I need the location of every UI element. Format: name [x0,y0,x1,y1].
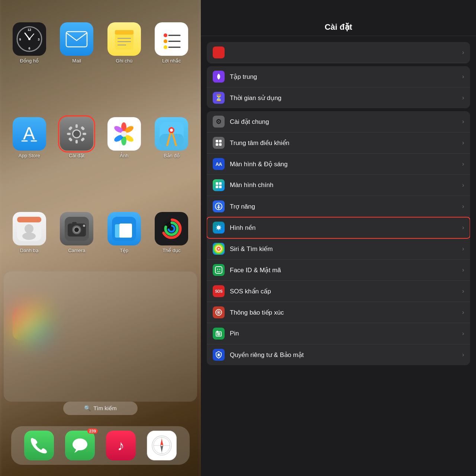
row-trung-tam-dieu-khien-chevron: › [462,139,464,146]
app-reminders-label: Lời nhắc [162,58,181,64]
svg-point-19 [164,45,167,49]
row-partial[interactable]: › [207,42,470,63]
svg-rect-80 [216,182,218,185]
row-tap-trung-label: Tập trung [230,73,459,81]
search-bar[interactable]: 🔍 Tìm kiếm [63,402,138,415]
row-trung-tam-dieu-khien-icon [213,137,225,149]
app-photos[interactable]: Ảnh [102,117,146,205]
dock: 239 ♪ [11,426,190,465]
row-man-hinh-chinh[interactable]: Màn hình chính › [207,175,470,196]
svg-rect-30 [81,126,85,131]
row-man-hinh-do-sang[interactable]: AA Màn hình & Độ sáng › [207,154,470,175]
app-fitness-label: Thể dục [163,248,181,253]
app-settings[interactable]: Cài đặt [55,117,99,205]
row-thoi-gian[interactable]: ⏳ Thời gian sử dụng › [207,87,470,108]
dock-messages[interactable]: 239 [65,431,95,460]
row-man-hinh-do-sang-icon: AA [213,158,225,170]
svg-point-48 [25,224,33,233]
row-trung-tam-dieu-khien[interactable]: Trung tâm điều khiển › [207,132,470,154]
row-cai-dat-chung-chevron: › [462,118,464,125]
row-hinh-nen[interactable]: Hình nền › [207,217,470,238]
svg-rect-47 [17,217,41,222]
svg-point-96 [218,309,219,310]
settings-title: Cài đặt [208,22,469,32]
home-content: 12 3 6 9 Đồng hồ [0,0,201,476]
app-notes-label: Ghi chú [116,58,132,64]
row-siri[interactable]: Siri & Tìm kiếm › [207,238,470,260]
row-face-id[interactable]: Face ID & Mật mã › [207,260,470,281]
row-tap-trung[interactable]: Tập trung › [207,66,470,87]
svg-point-17 [164,39,167,43]
app-notes[interactable]: Ghi chú [102,22,146,110]
row-man-hinh-chinh-chevron: › [462,182,464,189]
row-tro-nang[interactable]: Trợ năng › [207,196,470,217]
row-siri-chevron: › [462,245,464,252]
row-quyen-rieng-tu-icon [213,349,225,361]
app-mail[interactable]: Mail [55,22,99,110]
row-quyen-rieng-tu-label: Quyền riêng tư & Bảo mật [230,351,459,359]
row-sos-chevron: › [462,288,464,295]
svg-point-56 [83,225,85,227]
row-sos[interactable]: SOS SOS khẩn cấp › [207,281,470,302]
row-sos-icon: SOS [213,285,225,297]
svg-rect-32 [81,137,85,142]
row-thong-bao-icon [213,306,225,318]
svg-rect-55 [72,222,77,225]
svg-rect-101 [217,332,220,335]
app-appstore[interactable]: A App Store [7,117,51,205]
app-maps-label: Bản đồ [164,153,180,158]
row-quyen-rieng-tu[interactable]: Quyền riêng tư & Bảo mật › [207,344,470,365]
row-pin-icon [213,328,225,340]
row-thong-bao-label: Thông báo tiếp xúc [230,309,459,316]
svg-rect-31 [68,137,73,142]
row-sos-label: SOS khẩn cấp [230,287,459,295]
svg-point-45 [170,129,173,132]
app-clock-label: Đồng hồ [20,58,39,64]
svg-point-7 [28,38,30,40]
row-thoi-gian-label: Thời gian sử dụng [230,94,459,102]
svg-point-85 [218,205,219,206]
row-hinh-nen-icon [213,222,225,234]
dock-phone[interactable] [24,431,54,460]
row-tro-nang-label: Trợ năng [230,203,459,210]
svg-rect-25 [75,124,78,128]
row-man-hinh-do-sang-label: Màn hình & Độ sáng [230,160,459,168]
svg-marker-68 [74,449,80,453]
row-siri-label: Siri & Tìm kiếm [230,245,459,253]
svg-rect-77 [219,140,222,142]
row-cai-dat-chung-label: Cài đặt chung [230,118,459,126]
row-quyen-rieng-tu-chevron: › [462,351,464,358]
row-man-hinh-do-sang-chevron: › [462,161,464,167]
svg-rect-43 [160,134,184,146]
svg-point-97 [221,312,222,313]
row-cai-dat-chung[interactable]: ⚙ Cài đặt chung › [207,111,470,132]
row-thong-bao-chevron: › [462,309,464,316]
row-thong-bao[interactable]: Thông báo tiếp xúc › [207,302,470,323]
app-appstore-label: App Store [19,153,40,158]
row-pin[interactable]: Pin › [207,323,470,344]
app-clock[interactable]: 12 3 6 9 Đồng hồ [7,22,51,110]
section-general: ⚙ Cài đặt chung › Trung tâm điều khiển › [207,111,470,365]
app-contacts-label: Danh bạ [20,248,39,253]
svg-rect-78 [216,143,218,146]
svg-rect-82 [216,186,218,188]
svg-point-33 [73,131,80,137]
row-partial-chevron: › [462,49,464,56]
svg-text:12: 12 [28,28,31,32]
dock-music[interactable]: ♪ [106,431,136,460]
row-face-id-chevron: › [462,267,464,273]
dock-safari[interactable] [147,431,177,460]
section-partial: › [207,42,470,63]
app-photos-label: Ảnh [120,153,128,158]
settings-panel: Cài đặt › Tập trung › ⏳ [201,0,476,476]
svg-rect-76 [216,140,218,142]
row-face-id-label: Face ID & Mật mã [230,266,459,274]
svg-point-98 [218,315,219,316]
app-maps[interactable]: Bản đồ [150,117,194,205]
svg-text:A: A [23,124,35,143]
app-reminders[interactable]: Lời nhắc [150,22,194,110]
row-pin-chevron: › [462,330,464,337]
svg-point-49 [22,232,36,240]
row-thoi-gian-icon: ⏳ [213,92,225,104]
svg-text:6: 6 [28,46,30,50]
